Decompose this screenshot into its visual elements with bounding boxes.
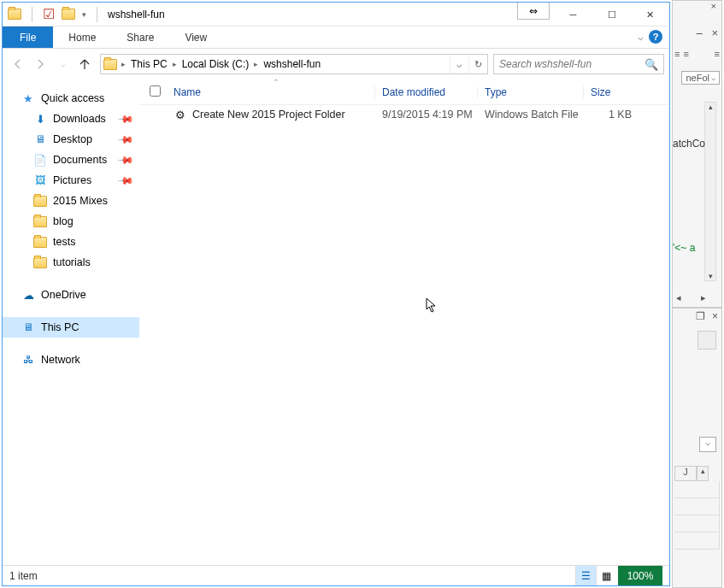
combo-text: neFol (686, 73, 709, 83)
minimize-button[interactable]: ─ (554, 3, 592, 26)
pin-icon: 📌 (117, 110, 135, 128)
search-input[interactable] (499, 58, 645, 70)
tree-label: Quick access (41, 92, 104, 104)
column-date[interactable]: Date modified (375, 86, 478, 98)
tree-tutorials[interactable]: tutorials (3, 252, 139, 273)
pin-icon: 📌 (117, 131, 135, 149)
address-dropdown-icon[interactable]: ⌵ (450, 55, 468, 74)
bg-code-text-2: '<~ a (673, 242, 695, 254)
spreadsheet-cell[interactable] (674, 515, 720, 532)
scroll-up-icon[interactable]: ▴ (697, 466, 709, 481)
spreadsheet-cell[interactable] (674, 498, 720, 515)
tab-file[interactable]: File (3, 26, 53, 48)
tab-share[interactable]: Share (111, 26, 169, 48)
tablet-mode-button[interactable]: ⇔ (517, 3, 550, 20)
tree-onedrive[interactable]: ☁ OneDrive (3, 285, 139, 305)
chevron-right-icon[interactable]: ▸ (252, 60, 260, 68)
ribbon-expand-icon[interactable]: ⌵ (638, 32, 644, 43)
spreadsheet-cell[interactable] (674, 532, 720, 550)
download-icon: ⬇ (33, 112, 47, 126)
up-button[interactable] (74, 54, 95, 74)
recent-dropdown-icon[interactable]: ⌵ (52, 54, 73, 74)
search-box[interactable]: 🔍 (493, 54, 664, 74)
network-icon: 🖧 (21, 353, 35, 367)
large-icons-view-button[interactable]: ▦ (596, 566, 616, 585)
file-explorer-window: ☑ ▾ wshshell-fun ⇔ ─ ☐ ✕ File Home Share… (2, 2, 670, 586)
file-type: Windows Batch File (478, 109, 584, 121)
sort-asc-icon: ⌃ (273, 79, 280, 86)
tree-blog[interactable]: blog (3, 211, 139, 232)
column-type[interactable]: Type (478, 86, 584, 98)
tree-2015-mixes[interactable]: 2015 Mixes (3, 191, 139, 211)
qa-dropdown-icon[interactable]: ▾ (82, 10, 86, 19)
dropdown-icon[interactable]: ⌵ (699, 437, 716, 452)
file-list-area: Name ⌃ Date modified Type Size ⚙ Create … (139, 79, 669, 565)
details-view-button[interactable]: ☰ (575, 566, 596, 585)
column-size[interactable]: Size (584, 86, 642, 98)
pin-icon: 📌 (117, 172, 135, 190)
tree-network[interactable]: 🖧 Network (3, 350, 139, 370)
app-folder-icon (8, 9, 21, 20)
select-all-checkbox[interactable] (150, 85, 161, 97)
tree-label: Documents (53, 154, 107, 166)
chevron-right-icon[interactable]: ▸ (120, 60, 127, 68)
star-icon: ★ (21, 91, 35, 105)
forward-button[interactable] (30, 54, 50, 74)
tree-label: This PC (41, 321, 79, 333)
tab-home[interactable]: Home (53, 26, 111, 48)
column-name[interactable]: Name ⌃ (170, 86, 375, 98)
avatar (698, 331, 716, 350)
breadcrumb-current[interactable]: wshshell-fun (260, 58, 324, 70)
tree-label: tutorials (53, 256, 91, 268)
close-icon: × (712, 310, 718, 322)
file-date: 9/19/2015 4:19 PM (375, 109, 478, 121)
chevron-right-icon[interactable]: ▸ (171, 60, 179, 68)
background-editor-window: × ‒ × ≡≡≡ neFol⌵ ▴ ▾ atchCo '<~ a ◂ ▸ (672, 0, 722, 308)
background-spreadsheet-window: ❐ × ⌵ J ▴ (672, 308, 722, 588)
search-icon[interactable]: 🔍 (645, 58, 658, 71)
refresh-button[interactable]: ↻ (468, 55, 487, 74)
address-bar[interactable]: ▸ This PC ▸ Local Disk (C:) ▸ wshshell-f… (100, 54, 488, 74)
tree-label: Pictures (53, 174, 91, 186)
tree-quick-access[interactable]: ★ Quick access (3, 88, 139, 109)
bg-code-text-1: atchCo (673, 138, 705, 150)
navigation-bar: ⌵ ▸ This PC ▸ Local Disk (C:) ▸ wshshell… (3, 49, 669, 79)
file-size: 1 KB (584, 109, 642, 121)
ribbon-tabs: File Home Share View ⌵ ? (3, 26, 669, 49)
folder-icon (33, 237, 47, 248)
tab-view[interactable]: View (169, 26, 222, 48)
status-bar: 1 item ☰ ▦ 100% (3, 565, 669, 585)
file-row[interactable]: ⚙ Create New 2015 Project Folder 9/19/20… (139, 105, 669, 124)
breadcrumb-local-disk[interactable]: Local Disk (C:) (179, 58, 253, 70)
maximize-button[interactable]: ☐ (592, 3, 631, 26)
pc-icon: 🖥 (21, 320, 35, 334)
folder-icon (33, 216, 47, 227)
title-bar[interactable]: ☑ ▾ wshshell-fun ⇔ ─ ☐ ✕ (3, 3, 669, 26)
tree-label: tests (53, 236, 75, 248)
close-button[interactable]: ✕ (631, 3, 669, 26)
tree-this-pc[interactable]: 🖥 This PC (3, 317, 139, 338)
column-label: Name (174, 86, 201, 98)
qa-properties-icon[interactable]: ☑ (43, 6, 55, 22)
spreadsheet-cell[interactable] (674, 481, 720, 498)
address-folder-icon (103, 59, 117, 70)
scrollbar[interactable]: ▴ ▾ (704, 102, 716, 281)
breadcrumb-this-pc[interactable]: This PC (127, 58, 171, 70)
onedrive-icon: ☁ (21, 288, 35, 302)
back-button[interactable] (8, 54, 28, 74)
desktop-icon: 🖥 (33, 132, 47, 146)
folder-icon (33, 196, 47, 207)
tree-label: 2015 Mixes (53, 195, 108, 207)
file-name: Create New 2015 Project Folder (192, 109, 345, 121)
documents-icon: 📄 (33, 153, 47, 167)
tree-desktop[interactable]: 🖥 Desktop 📌 (3, 129, 139, 150)
tree-tests[interactable]: tests (3, 232, 139, 252)
breadcrumb: This PC ▸ Local Disk (C:) ▸ wshshell-fun (127, 58, 324, 70)
qa-newfolder-icon[interactable] (62, 9, 75, 20)
column-header-j[interactable]: J (674, 466, 697, 481)
tree-downloads[interactable]: ⬇ Downloads 📌 (3, 109, 139, 129)
tree-documents[interactable]: 📄 Documents 📌 (3, 150, 139, 170)
help-icon[interactable]: ? (649, 30, 662, 44)
tree-pictures[interactable]: 🖼 Pictures 📌 (3, 170, 139, 191)
pin-icon: 📌 (117, 151, 135, 169)
